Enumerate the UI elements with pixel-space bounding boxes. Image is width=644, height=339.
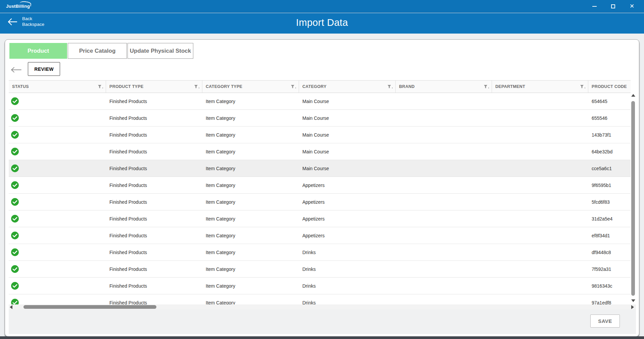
cell-category-type: Item Category [202, 250, 299, 255]
maximize-button[interactable] [604, 0, 623, 12]
cell-product-type: Finished Products [106, 199, 202, 205]
column-header-product-code[interactable]: PRODUCT CODE [588, 81, 631, 93]
review-button[interactable]: REVIEW [28, 62, 60, 76]
cell-category: Main Course [299, 115, 396, 121]
back-step-arrow-icon[interactable] [10, 66, 22, 75]
tab-product[interactable]: Product [9, 43, 67, 59]
cloud-icon [20, 1, 32, 6]
table-row[interactable]: Finished ProductsItem CategoryAppetizers… [9, 210, 631, 227]
tab-update-physical-stock[interactable]: Update Physical Stock [128, 43, 193, 59]
cell-category: Drinks [299, 300, 396, 305]
cell-status [9, 214, 106, 223]
save-button[interactable]: SAVE [590, 314, 620, 328]
close-button[interactable]: ✕ [623, 0, 641, 12]
table-row[interactable]: Finished ProductsItem CategoryDrinks9816… [9, 278, 631, 294]
status-ok-icon [11, 248, 19, 256]
scroll-left-icon[interactable] [10, 305, 12, 309]
cell-product-code: 9f6595b1 [588, 183, 631, 188]
import-data-panel: Product Price Catalog Update Physical St… [5, 39, 639, 337]
table-row[interactable]: Finished ProductsItem CategoryDrinks97a1… [9, 294, 631, 304]
cell-category: Main Course [299, 166, 396, 171]
cell-category-type: Item Category [202, 216, 299, 222]
filter-icon[interactable] [580, 85, 585, 89]
cell-status [9, 248, 106, 256]
cell-category-type: Item Category [202, 166, 299, 171]
cell-status [9, 198, 106, 206]
column-header-brand[interactable]: BRAND [396, 81, 492, 93]
column-header-status[interactable]: STATUS [9, 81, 106, 93]
cell-product-type: Finished Products [106, 166, 202, 171]
cell-product-type: Finished Products [106, 300, 202, 305]
table-row[interactable]: Finished ProductsItem CategoryMain Cours… [9, 143, 631, 160]
cell-status [9, 282, 106, 290]
cell-product-type: Finished Products [106, 283, 202, 289]
filter-icon[interactable] [484, 85, 489, 89]
cell-category: Drinks [299, 283, 396, 289]
cell-category-type: Item Category [202, 199, 299, 205]
cell-product-type: Finished Products [106, 115, 202, 121]
table-row[interactable]: Finished ProductsItem CategoryMain Cours… [9, 160, 631, 177]
cell-category: Main Course [299, 132, 396, 138]
vertical-scrollbar[interactable] [631, 93, 636, 304]
cell-category-type: Item Category [202, 132, 299, 138]
cell-product-code: 9816343c [588, 283, 631, 289]
cell-category: Main Course [299, 149, 396, 154]
window-bottom-border [0, 336, 644, 339]
close-icon: ✕ [630, 3, 634, 9]
scroll-down-icon[interactable] [631, 299, 635, 302]
cell-product-type: Finished Products [106, 132, 202, 138]
cell-product-code: cce5a6c1 [588, 166, 631, 171]
status-ok-icon [11, 214, 19, 223]
table-row[interactable]: Finished ProductsItem CategoryMain Cours… [9, 93, 631, 110]
filter-icon[interactable] [387, 85, 393, 89]
vertical-scrollbar-thumb[interactable] [631, 101, 635, 296]
tab-strip: Product Price Catalog Update Physical St… [9, 43, 193, 59]
scroll-up-icon[interactable] [631, 94, 635, 97]
horizontal-scrollbar[interactable] [9, 304, 636, 309]
cell-category-type: Item Category [202, 115, 299, 121]
table-row[interactable]: Finished ProductsItem CategoryAppetizers… [9, 194, 631, 210]
status-ok-icon [11, 164, 19, 173]
cell-status [9, 147, 106, 156]
table-row[interactable]: Finished ProductsItem CategoryMain Cours… [9, 127, 631, 143]
status-ok-icon [11, 231, 19, 240]
cell-status [9, 164, 106, 173]
panel-footer: SAVE [9, 309, 636, 334]
filter-icon[interactable] [194, 85, 199, 89]
filter-icon[interactable] [291, 85, 296, 89]
cell-product-code: 5fcd6f83 [588, 199, 631, 205]
app-logo: JustBilling [6, 4, 30, 9]
cell-category-type: Item Category [202, 283, 299, 289]
filter-icon[interactable] [98, 85, 103, 89]
cell-category-type: Item Category [202, 233, 299, 238]
minimize-icon [592, 6, 597, 7]
cell-category: Appetizers [299, 199, 396, 205]
horizontal-scrollbar-thumb[interactable] [23, 305, 156, 309]
page-title: Import Data [0, 17, 644, 28]
table-row[interactable]: Finished ProductsItem CategoryAppetizers… [9, 227, 631, 244]
scroll-right-icon[interactable] [631, 305, 634, 309]
page-header: Back Backspace Import Data [0, 13, 644, 34]
cell-status [9, 298, 106, 304]
cell-product-type: Finished Products [106, 149, 202, 154]
cell-product-type: Finished Products [106, 233, 202, 238]
titlebar: JustBilling ✕ [0, 0, 644, 13]
column-header-category-type[interactable]: CATEGORY TYPE [202, 81, 299, 93]
status-ok-icon [11, 282, 19, 290]
column-header-product-type[interactable]: PRODUCT TYPE [106, 81, 202, 93]
table-row[interactable]: Finished ProductsItem CategoryMain Cours… [9, 110, 631, 127]
status-ok-icon [11, 198, 19, 206]
table-body: Finished ProductsItem CategoryMain Cours… [9, 93, 631, 304]
minimize-button[interactable] [585, 0, 604, 12]
cell-product-type: Finished Products [106, 267, 202, 272]
table-row[interactable]: Finished ProductsItem CategoryAppetizers… [9, 177, 631, 194]
column-header-category[interactable]: CATEGORY [299, 81, 396, 93]
table-row[interactable]: Finished ProductsItem CategoryDrinksdf94… [9, 244, 631, 261]
column-header-department[interactable]: DEPARTMENT [492, 81, 588, 93]
cell-product-code: 97a1edf8 [588, 300, 631, 305]
cell-status [9, 114, 106, 122]
tab-price-catalog[interactable]: Price Catalog [68, 43, 127, 59]
table-row[interactable]: Finished ProductsItem CategoryDrinks7f59… [9, 261, 631, 278]
cell-product-code: 31d2a5e4 [588, 216, 631, 222]
cell-status [9, 97, 106, 105]
